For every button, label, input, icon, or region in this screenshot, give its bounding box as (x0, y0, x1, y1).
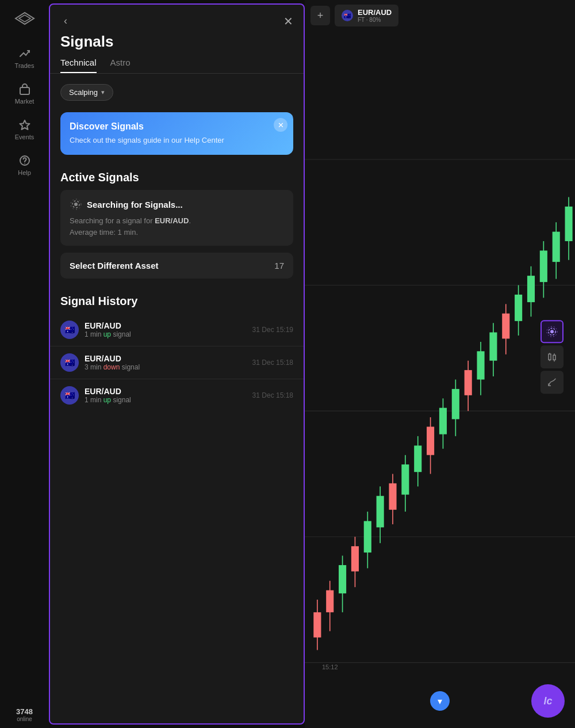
chart-tab-info: EUR/AUD FT · 80% (358, 8, 392, 23)
history-time: 31 Dec 15:18 (252, 359, 293, 367)
online-status: online (17, 716, 32, 722)
svg-rect-56 (549, 354, 551, 360)
chart-area: + 🇦🇺 EUR/AUD FT · 80% (305, 0, 575, 728)
signals-toolbar-button[interactable] (540, 320, 564, 343)
svg-rect-30 (427, 426, 434, 455)
discover-close-button[interactable]: ✕ (274, 118, 288, 132)
chart-tab[interactable]: 🇦🇺 EUR/AUD FT · 80% (335, 5, 398, 26)
history-asset-name: EUR/AUD (85, 321, 247, 330)
signals-panel: ‹ ✕ Signals Technical Astro Scalping ▾ ✕… (49, 3, 305, 725)
svg-rect-36 (465, 370, 472, 395)
history-asset-name: EUR/AUD (85, 387, 247, 396)
panel-nav-buttons: ‹ (60, 14, 71, 28)
discover-signals-card: ✕ Discover Signals Check out the signals… (60, 112, 293, 155)
panel-back-button[interactable]: ‹ (60, 14, 71, 28)
svg-rect-50 (553, 232, 560, 262)
panel-header: ‹ ✕ (50, 5, 304, 33)
discover-text: Check out the signals guide in our Help … (70, 135, 284, 146)
active-signals-title: Active Signals (50, 162, 304, 190)
svg-rect-14 (326, 590, 334, 612)
chevron-down-icon: ▾ (101, 89, 105, 96)
searching-card: Searching for Signals... Searching for a… (60, 190, 293, 246)
svg-rect-0 (20, 87, 29, 94)
history-signal-text: 1 min up signal (85, 396, 247, 404)
sidebar-item-market[interactable]: Market (0, 76, 49, 112)
sidebar-item-trades-label: Trades (15, 62, 34, 69)
svg-rect-34 (452, 389, 459, 419)
svg-rect-28 (414, 445, 421, 472)
scalping-dropdown[interactable]: Scalping ▾ (60, 84, 113, 101)
history-time: 31 Dec 15:18 (252, 391, 293, 399)
candles-toolbar-button[interactable] (540, 345, 564, 368)
tab-technical[interactable]: Technical (60, 58, 97, 73)
chart-canvas: 15:12 (305, 31, 575, 728)
svg-rect-20 (364, 521, 371, 552)
select-different-asset-button[interactable]: Select Different Asset 17 (60, 253, 293, 279)
svg-rect-22 (377, 496, 384, 528)
draw-toolbar-button[interactable] (540, 371, 564, 394)
tabs-row: Technical Astro (50, 58, 304, 74)
chart-tab-sub: FT · 80% (358, 17, 392, 23)
history-info: EUR/AUD 1 min up signal (85, 321, 247, 338)
dropdown-row: Scalping ▾ (50, 74, 304, 105)
chart-add-button[interactable]: + (310, 6, 330, 25)
searching-header: Searching for Signals... (70, 198, 284, 211)
history-suffix: signal (111, 396, 131, 404)
svg-point-3 (74, 203, 78, 206)
sidebar-bottom: 3748 online (16, 707, 33, 728)
chart-top-bar: + 🇦🇺 EUR/AUD FT · 80% (305, 0, 575, 31)
chart-tab-flag-icon: 🇦🇺 (342, 10, 353, 21)
signal-history-title: Signal History (50, 285, 304, 314)
svg-rect-42 (502, 314, 509, 339)
sidebar-item-events[interactable]: Events (0, 112, 49, 147)
scalping-label: Scalping (69, 88, 98, 97)
searching-asset: EUR/AUD (155, 216, 189, 225)
svg-rect-52 (565, 207, 573, 241)
svg-rect-26 (401, 464, 409, 494)
asset-flag-icon: 🇦🇺 (60, 321, 79, 339)
svg-rect-32 (439, 408, 447, 434)
history-suffix: signal (120, 363, 140, 371)
asset-flag-icon: 🇦🇺 (60, 386, 79, 405)
sidebar: Trades Market Events Help 3748 online (0, 0, 49, 728)
select-asset-label: Select Different Asset (70, 261, 159, 270)
sidebar-item-trades[interactable]: Trades (0, 40, 49, 76)
history-item: 🇦🇺 EUR/AUD 3 min down signal 31 Dec 15:1… (50, 346, 304, 379)
sidebar-item-market-label: Market (15, 98, 34, 105)
svg-rect-46 (527, 276, 535, 302)
chart-scroll-button[interactable]: ▾ (430, 691, 450, 711)
svg-rect-40 (489, 333, 497, 361)
searching-desc: Searching for a signal for EUR/AUD. Aver… (70, 215, 284, 238)
chart-tab-name: EUR/AUD (358, 8, 392, 17)
svg-rect-44 (515, 295, 522, 321)
tab-astro[interactable]: Astro (110, 58, 131, 73)
history-direction: up (103, 396, 111, 404)
sidebar-item-help-label: Help (18, 169, 31, 176)
searching-desc-after: . (189, 216, 191, 225)
svg-rect-24 (389, 483, 396, 510)
searching-avg-value: 1 min. (118, 228, 138, 237)
panel-close-button[interactable]: ✕ (283, 14, 293, 28)
history-duration: 1 min (85, 396, 101, 404)
history-info: EUR/AUD 3 min down signal (85, 354, 247, 371)
svg-rect-12 (313, 612, 321, 638)
history-signal-text: 1 min up signal (85, 330, 247, 338)
history-item: 🇦🇺 EUR/AUD 1 min up signal 31 Dec 15:19 (50, 314, 304, 346)
chart-floating-toolbar (540, 320, 564, 394)
searching-desc-before: Searching for a signal for (70, 216, 155, 225)
history-duration: 3 min (85, 363, 101, 371)
asset-flag-icon: 🇦🇺 (60, 353, 79, 372)
history-time: 31 Dec 15:19 (252, 326, 293, 334)
history-direction: up (103, 330, 111, 338)
radio-signal-icon (70, 198, 82, 211)
select-asset-count: 17 (274, 261, 284, 270)
app-logo (12, 8, 38, 29)
searching-title: Searching for Signals... (87, 200, 183, 209)
svg-rect-59 (553, 355, 555, 360)
history-direction: down (103, 363, 120, 371)
sidebar-item-help[interactable]: Help (0, 147, 49, 183)
online-count: 3748 (16, 707, 33, 716)
searching-avg-label: Average time: (70, 228, 118, 237)
discover-title: Discover Signals (70, 121, 284, 132)
history-duration: 1 min (85, 330, 101, 338)
